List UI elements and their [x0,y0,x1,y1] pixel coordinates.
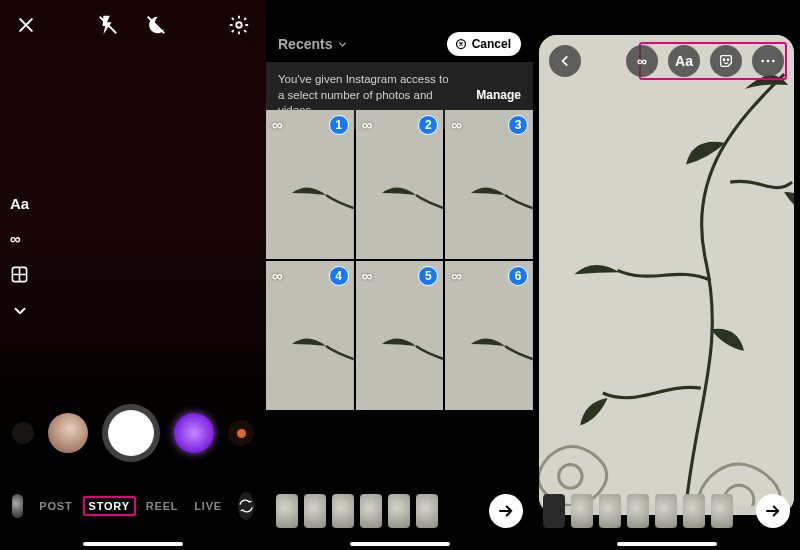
story-edit-screen: ∞ Aa [533,0,800,550]
boomerang-icon: ∞ [272,116,283,133]
selection-badge: 1 [329,115,349,135]
photo-cell[interactable]: ∞ 5 [356,261,444,410]
thumb[interactable] [655,494,677,528]
filter-prev[interactable] [12,422,34,444]
thumb[interactable] [276,494,298,528]
album-name: Recents [278,36,332,52]
gallery-picker-screen: Recents Cancel You've given Instagram ac… [266,0,533,550]
photo-cell[interactable]: ∞ 4 [266,261,354,410]
more-options-button[interactable] [752,45,784,77]
story-tools-rail: Aa ∞ [10,195,29,320]
flash-off-icon[interactable] [97,14,119,36]
close-icon[interactable] [16,15,36,35]
thumb[interactable] [543,494,565,528]
chevron-down-icon[interactable] [10,302,29,320]
back-button[interactable] [549,45,581,77]
mode-post[interactable]: POST [39,500,72,512]
boomerang-icon: ∞ [362,116,373,133]
selected-thumb-strip [266,494,533,528]
cancel-button[interactable]: Cancel [447,32,521,56]
mode-live[interactable]: LIVE [194,500,222,512]
thumb[interactable] [571,494,593,528]
boomerang-icon: ∞ [451,267,462,284]
night-mode-icon[interactable] [145,14,167,36]
photo-cell[interactable]: ∞ 1 [266,110,354,259]
story-preview-card[interactable]: ∞ Aa [539,35,794,515]
home-indicator [83,542,183,546]
flip-camera-icon[interactable] [238,492,254,520]
filter-avatar[interactable] [48,413,88,453]
svg-point-21 [772,60,775,63]
thumb[interactable] [683,494,705,528]
photo-cell[interactable]: ∞ 2 [356,110,444,259]
svg-point-5 [236,22,242,28]
photo-cell[interactable]: ∞ 3 [445,110,533,259]
boomerang-icon: ∞ [272,267,283,284]
manage-button[interactable]: Manage [476,88,521,102]
boomerang-icon: ∞ [362,267,373,284]
album-selector[interactable]: Recents [278,36,348,52]
sticker-button[interactable] [710,45,742,77]
thumb[interactable] [416,494,438,528]
selected-thumb-strip [533,494,800,528]
boomerang-icon: ∞ [451,116,462,133]
text-tool-button[interactable]: Aa [668,45,700,77]
svg-point-17 [723,59,724,60]
next-button[interactable] [756,494,790,528]
thumb[interactable] [388,494,410,528]
boomerang-tool[interactable]: ∞ [10,230,29,247]
thumb[interactable] [627,494,649,528]
thumb[interactable] [711,494,733,528]
home-indicator [617,542,717,546]
mode-story[interactable]: STORY [89,500,130,512]
boomerang-icon[interactable]: ∞ [626,45,658,77]
thumb[interactable] [360,494,382,528]
home-indicator [350,542,450,546]
thumb[interactable] [332,494,354,528]
filter-next[interactable] [228,420,254,446]
mode-reel[interactable]: REEL [146,500,179,512]
cancel-label: Cancel [472,37,511,51]
layout-tool-icon[interactable] [10,265,29,284]
photo-grid: ∞ 1 ∞ 2 ∞ 3 ∞ 4 ∞ 5 [266,110,533,410]
thumb[interactable] [599,494,621,528]
thumb[interactable] [304,494,326,528]
story-camera-screen: Aa ∞ POST STORY REEL LIVE [0,0,266,550]
next-button[interactable] [489,494,523,528]
text-tool[interactable]: Aa [10,195,29,212]
lens-filter-row [0,404,266,462]
selection-badge: 4 [329,266,349,286]
svg-point-19 [761,60,764,63]
svg-point-20 [767,60,770,63]
settings-gear-icon[interactable] [228,14,250,36]
capture-mode-row: POST STORY REEL LIVE [0,492,266,520]
photo-cell[interactable]: ∞ 6 [445,261,533,410]
svg-point-18 [727,59,728,60]
gallery-thumb[interactable] [12,494,23,518]
selection-badge: 6 [508,266,528,286]
selection-badge: 3 [508,115,528,135]
shutter-button[interactable] [102,404,160,462]
filter-effect[interactable] [174,413,214,453]
